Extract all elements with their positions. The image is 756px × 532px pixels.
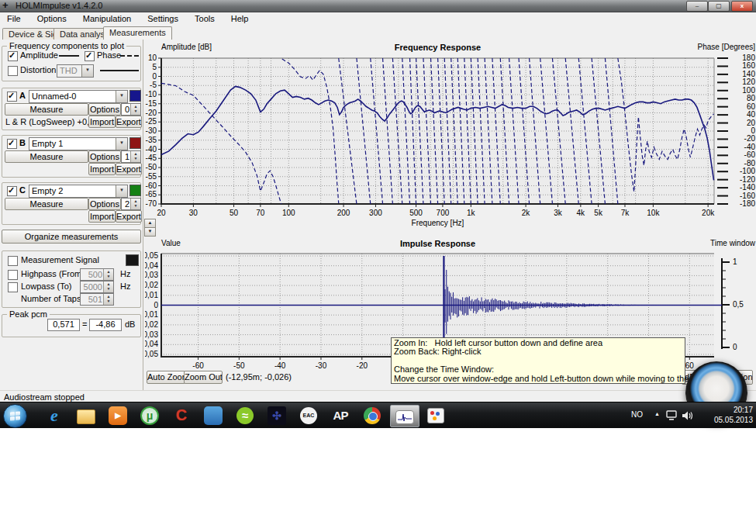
spinner-arrows-icon[interactable]: ▲▼ (103, 269, 113, 280)
taskbar-icon-ccleaner[interactable]: C (167, 405, 195, 426)
signal-group: Measurement Signal Highpass (From) 500▲▼… (2, 250, 141, 308)
frequency-response-chart[interactable]: Amplitude [dB]Frequency ResponsePhase [D… (145, 40, 756, 234)
measure-button-A[interactable]: Measure (5, 103, 88, 116)
channel-spinner-C[interactable]: 2▲▼ (121, 198, 141, 210)
taskbar-icon-media-player[interactable]: ▶ (104, 405, 132, 426)
cursor-coordinates: (-12,95m; -0,026) (226, 372, 292, 382)
db-unit-label: dB (125, 320, 135, 329)
taskbar-icon-spotify[interactable]: ≈ (231, 405, 259, 426)
taskbar-icon-holmimpulse[interactable] (390, 405, 419, 427)
spinner-arrows-icon[interactable]: ▲▼ (130, 199, 140, 209)
measurement-C-color-swatch[interactable] (129, 185, 141, 196)
minimize-button[interactable]: – (686, 1, 708, 12)
import-button-A[interactable]: Import (88, 116, 116, 128)
menu-bar: File Options Manipulation Settings Tools… (0, 12, 756, 27)
amplitude-checkbox[interactable] (8, 51, 18, 61)
taskbar-clock[interactable]: 20:17 05.05.2013 (702, 405, 753, 425)
auto-zoom-button[interactable]: Auto Zoom (147, 371, 185, 384)
svg-text:20: 20 (157, 209, 166, 217)
equals-sign: = (82, 320, 87, 329)
options-button-B[interactable]: Options (88, 150, 121, 163)
spinner-arrows-icon[interactable]: ▲▼ (103, 282, 113, 292)
menu-item-options[interactable]: Options (30, 12, 74, 26)
import-button-C[interactable]: Import (88, 210, 116, 223)
tray-expand-icon[interactable]: ▲ (654, 411, 660, 416)
highpass-spinner[interactable]: 500▲▼ (80, 268, 114, 281)
measurement-B-select[interactable]: Empty 1▼ (29, 137, 128, 150)
amplitude-line-sample (59, 55, 79, 57)
menu-item-tools[interactable]: Tools (188, 12, 222, 26)
taskbar-icon-chrome[interactable] (358, 405, 386, 426)
lowpass-spinner[interactable]: 5000▲▼ (80, 281, 114, 293)
svg-text:-180: -180 (740, 199, 755, 208)
export-button-B[interactable]: Export (116, 163, 142, 175)
menu-item-help[interactable]: Help (224, 12, 256, 26)
menu-item-manipulation[interactable]: Manipulation (76, 12, 138, 26)
options-button-A[interactable]: Options (88, 103, 121, 116)
taskbar-icon-internet-explorer[interactable]: e (40, 405, 68, 426)
measure-button-C[interactable]: Measure (5, 198, 88, 210)
import-button-B[interactable]: Import (88, 163, 116, 175)
title-bar[interactable]: + HOLMImpulse v1.4.2.0 – ▢ x (0, 0, 756, 12)
svg-text:-55: -55 (146, 172, 157, 181)
svg-text:-40: -40 (146, 145, 157, 154)
taskbar-icon-utorrent[interactable]: µ (136, 405, 164, 426)
export-button-C[interactable]: Export (116, 210, 142, 223)
svg-text:160: 160 (742, 61, 755, 70)
measurement-A-color-swatch[interactable] (129, 90, 141, 102)
status-text: Audiostream stopped (4, 392, 85, 402)
organize-measurements-button[interactable]: Organize measurements (2, 230, 141, 244)
measurement-A-checkbox[interactable] (7, 92, 17, 102)
measurement-C-checkbox[interactable] (7, 186, 17, 196)
taskbar-icon-speedfan[interactable]: ✣ (263, 405, 291, 426)
taskbar-icon-paint[interactable] (422, 405, 450, 426)
measurement-B-checkbox[interactable] (7, 139, 17, 149)
measurement-signal-checkbox[interactable] (8, 256, 18, 266)
spinner-arrows-icon[interactable]: ▲▼ (130, 151, 140, 162)
taskbar-icon-eac[interactable]: EAC (295, 405, 323, 426)
language-indicator[interactable]: NO (631, 410, 643, 419)
zoom-out-button[interactable]: Zoom Out (184, 371, 223, 384)
menu-item-file[interactable]: File (0, 12, 28, 26)
taskbar-icon-file-explorer[interactable] (72, 405, 100, 426)
highpass-checkbox[interactable] (8, 270, 18, 280)
export-button-A[interactable]: Export (116, 116, 142, 128)
measurement-A-select[interactable]: Unnamed-0▼ (29, 90, 128, 103)
options-button-C[interactable]: Options (88, 198, 121, 210)
left-control-panel: Frequency components to plot Amplitude P… (0, 40, 143, 390)
measure-button-B[interactable]: Measure (5, 150, 88, 163)
tooltip-line: Move cursor over window-edge and hold Le… (394, 375, 682, 383)
speaker-icon[interactable] (682, 410, 694, 421)
spinner-arrows-icon[interactable]: ▲▼ (130, 104, 140, 115)
svg-text:-0,02: -0,02 (145, 320, 158, 329)
paint-icon (427, 408, 444, 423)
taskbar-icon-ap[interactable]: AP (326, 405, 354, 426)
signal-color-swatch[interactable] (126, 254, 139, 266)
svg-text:0,02: 0,02 (145, 281, 158, 289)
taps-spinner[interactable]: 501▲▼ (80, 293, 114, 306)
maximize-button[interactable]: ▢ (708, 1, 730, 12)
start-button[interactable] (3, 404, 27, 428)
svg-text:7k: 7k (621, 209, 630, 217)
tab-measurements[interactable]: Measurements (103, 26, 172, 40)
svg-text:4k: 4k (577, 209, 586, 217)
lowpass-unit: Hz (120, 282, 130, 291)
phase-checkbox[interactable] (85, 51, 95, 61)
peak-pcm-title: Peak pcm (7, 309, 50, 319)
scroll-down-icon[interactable]: ▼ (144, 227, 156, 237)
svg-text:0,5: 0,5 (733, 300, 744, 309)
channel-spinner-A[interactable]: 0▲▼ (121, 103, 141, 116)
distortion-checkbox[interactable] (8, 66, 18, 76)
svg-text:-160: -160 (740, 192, 755, 200)
network-icon[interactable] (666, 410, 678, 421)
lowpass-checkbox[interactable] (8, 282, 18, 292)
close-button[interactable]: x (731, 1, 753, 12)
spinner-arrows-icon[interactable]: ▲▼ (103, 294, 113, 305)
menu-item-settings[interactable]: Settings (140, 12, 185, 26)
measurement-B-color-swatch[interactable] (129, 137, 141, 149)
measurement-signal-label: Measurement Signal (21, 255, 99, 264)
measurement-C-select[interactable]: Empty 2▼ (29, 185, 128, 198)
taskbar-icon-audio-player[interactable] (199, 405, 227, 426)
channel-spinner-B[interactable]: 1▲▼ (121, 150, 141, 163)
distortion-type-select[interactable]: THD▼ (57, 64, 94, 78)
